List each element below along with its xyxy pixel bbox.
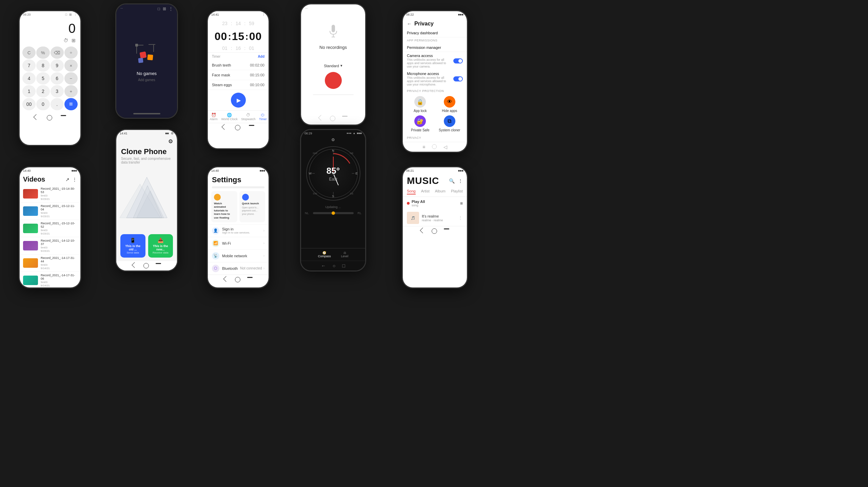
calc-btn-9[interactable]: 9 — [51, 59, 64, 72]
settings-search-bar[interactable] — [212, 186, 264, 188]
permission-manager-item[interactable]: Permission manager — [403, 43, 467, 52]
video-item-4[interactable]: Record_2021_-14-12-10-37 9m03 9/15/21 — [20, 237, 80, 255]
hide-apps-item[interactable]: 👁 Hide apps — [436, 96, 463, 113]
calc-btn-backspace[interactable]: ⌫ — [51, 46, 64, 59]
recorder-mode-selector[interactable]: Standard ▾ — [324, 63, 342, 68]
calc-btn-5[interactable]: 5 — [36, 72, 50, 85]
timer-item-2[interactable]: Face mask 00:15:00 — [208, 70, 269, 80]
calc-status-icons: □ ⊞ ⋮ — [65, 13, 77, 16]
privacy-nav-recents[interactable]: ◁ — [443, 144, 447, 150]
microphone-access-toggle[interactable] — [453, 76, 463, 81]
settings-nav-home[interactable] — [235, 277, 240, 282]
settings-feature-card-2[interactable]: Quick launch Open quick fu... payment co… — [239, 191, 265, 222]
settings-item-signin[interactable]: 👤 Sign in Sign in to use services. › — [208, 224, 269, 237]
timer-add-btn[interactable]: Add — [258, 55, 264, 58]
nav-back-icon[interactable] — [33, 114, 39, 120]
clone-nav-back[interactable] — [132, 262, 137, 268]
settings-item-wifi[interactable]: 📶 Wi-Fi › — [208, 237, 269, 249]
clone-nav-home[interactable] — [143, 263, 149, 268]
camera-access-toggle[interactable] — [453, 58, 463, 63]
music-song-item-1[interactable]: 🎵 It's realme realme · realme ⋮ — [403, 210, 467, 226]
timer-play-button[interactable] — [231, 93, 246, 108]
recorder-nav-home[interactable] — [330, 116, 335, 121]
calc-btn-3[interactable]: 3 — [51, 85, 64, 97]
calc-btn-00[interactable]: 00 — [22, 98, 36, 110]
videos-more-icon[interactable]: ⋮ — [72, 177, 77, 182]
compass-settings-icon[interactable]: ⚙ — [331, 137, 335, 142]
settings-nav-back[interactable] — [223, 276, 229, 282]
calc-btn-equals[interactable]: = — [64, 98, 78, 110]
clone-gear[interactable]: ⚙ — [168, 138, 173, 145]
timer-nav-back[interactable] — [221, 124, 227, 130]
clone-nav-recents[interactable] — [156, 263, 161, 264]
calc-btn-minus[interactable]: − — [64, 72, 78, 85]
music-tab-artist[interactable]: Artist — [421, 189, 430, 194]
app-lock-item[interactable]: 🔒 App lock — [407, 96, 434, 113]
music-nav-home[interactable] — [432, 228, 437, 234]
music-tab-playlist[interactable]: Playlist — [451, 189, 463, 194]
video-item-3[interactable]: Record_2021_-15-12-10-52 9m03 9/15/21 — [20, 220, 80, 237]
privacy-dashboard-item[interactable]: Privacy dashboard — [403, 28, 467, 37]
timer-tab-world[interactable]: 🌐 World Clock — [221, 113, 237, 121]
calc-btn-8[interactable]: 8 — [36, 59, 50, 72]
music-list-view-icon[interactable]: ≡ — [460, 201, 463, 206]
calc-btn-4[interactable]: 4 — [22, 72, 36, 85]
privacy-nav-back[interactable]: ≡ — [422, 144, 425, 150]
settings-nav-recents[interactable] — [247, 277, 253, 278]
music-tab-album[interactable]: Album — [435, 189, 446, 194]
settings-feature-card-1[interactable]: Watch animated tutorials to learn how to… — [211, 191, 237, 222]
calc-btn-2[interactable]: 2 — [36, 85, 50, 97]
system-cloner-item[interactable]: ⧉ System cloner — [436, 115, 463, 132]
videos-share-icon[interactable]: ↗ — [65, 177, 70, 182]
timer-nav-home[interactable] — [235, 125, 240, 130]
music-tab-song[interactable]: Song — [407, 189, 416, 194]
compass-nav-back[interactable]: ← — [321, 263, 326, 268]
add-games-label[interactable]: Add games — [138, 78, 155, 82]
timer-item-3[interactable]: Steam eggs 00:10:00 — [208, 80, 269, 90]
record-button[interactable] — [325, 72, 342, 89]
clone-send-btn[interactable]: 📱 This is the old ... Send data — [120, 234, 145, 258]
calc-btn-dot[interactable]: . — [51, 98, 64, 110]
privacy-nav-home[interactable] — [432, 144, 437, 149]
settings-item-mobile[interactable]: 📡 Mobile network › — [208, 249, 269, 262]
calc-btn-c[interactable]: C — [22, 46, 36, 59]
recorder-nav-back[interactable] — [318, 115, 324, 121]
music-nav-recents[interactable] — [444, 228, 449, 229]
private-safe-item[interactable]: 🔐 Private Safe — [407, 115, 434, 132]
video-item-6[interactable]: Record_2021_-14-17-31-06 9m03 9/14/21 — [20, 272, 80, 287]
timer-tab-alarm[interactable]: ⏰ Alarm — [210, 113, 218, 121]
clone-receive-btn[interactable]: 📥 This is the new... Receive data — [148, 234, 173, 258]
music-search-icon[interactable]: 🔍 — [449, 178, 455, 184]
music-nav-back[interactable] — [420, 228, 426, 233]
privacy-back-icon[interactable]: ← — [407, 21, 412, 26]
calc-btn-7[interactable]: 7 — [22, 59, 36, 72]
calc-btn-1[interactable]: 1 — [22, 85, 36, 97]
calc-btn-percent[interactable]: % — [36, 46, 50, 59]
video-item-1[interactable]: Record_2021_-15-14-30-53 9m03 9/15/21 — [20, 185, 80, 203]
compass-nav-recents[interactable]: □ — [342, 263, 345, 268]
settings-item-bluetooth[interactable]: ⬡ Bluetooth Not connected › — [208, 262, 269, 275]
clone-settings-icon[interactable]: ⚙ — [171, 132, 174, 135]
calc-btn-divide[interactable]: ÷ — [64, 46, 78, 59]
compass-tab-compass[interactable]: 🧭 Compass — [318, 251, 331, 258]
timer-tab-timer[interactable]: ⏲ Timer — [259, 113, 267, 121]
play-all-dot — [407, 202, 410, 205]
compass-tab-level[interactable]: ⚖ Level — [341, 251, 349, 258]
clone-frame: 14:41 ■■ ⚙ ⚙ Clone Phone Secure, fast, a… — [115, 129, 178, 271]
timer-tab-stopwatch[interactable]: ⏱ Stopwatch — [241, 113, 255, 121]
calc-btn-0[interactable]: 0 — [36, 98, 50, 110]
calc-btn-6[interactable]: 6 — [51, 72, 64, 85]
calc-btn-plus[interactable]: + — [64, 85, 78, 97]
music-more-icon[interactable]: ⋮ — [458, 178, 463, 184]
nav-recents-icon[interactable] — [61, 115, 66, 116]
compass-nav-home[interactable]: ○ — [333, 263, 335, 268]
nav-home-icon[interactable] — [47, 115, 52, 120]
video-item-2[interactable]: Record_2021_-15-12-11-04 9m03 9/15/21 — [20, 203, 80, 220]
recorder-nav-recents[interactable] — [342, 116, 348, 117]
music-play-all-label[interactable]: Play All — [412, 200, 425, 204]
timer-item-1[interactable]: Brush teeth 00:02:00 — [208, 60, 269, 70]
calc-btn-multiply[interactable]: × — [64, 59, 78, 72]
music-song-more-icon[interactable]: ⋮ — [458, 215, 463, 221]
video-item-5[interactable]: Record_2021_-14-17-31-44 9m03 9/14/21 — [20, 255, 80, 272]
timer-nav-recents[interactable] — [249, 125, 254, 126]
